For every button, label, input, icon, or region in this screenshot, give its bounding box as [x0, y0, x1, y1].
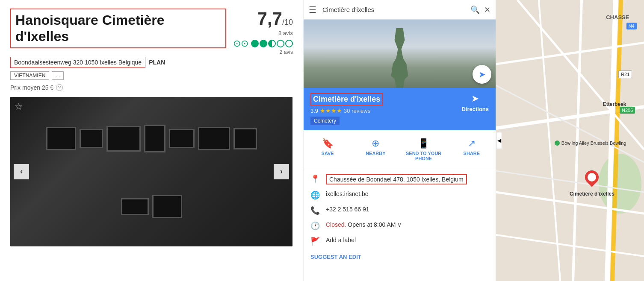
gmap-hours: Closed. Opens at 8:00 AM ∨ [326, 221, 402, 228]
gmap-place-photo: ➤ [304, 20, 496, 88]
ta-reviews: 2 avis [233, 49, 293, 55]
rating-score: 7,7 [257, 9, 282, 29]
gmap-info-card: Cimetière d'ixelles 3.9 ★★★★ 30 reviews … [304, 88, 496, 130]
map-label-n206: N206 [620, 107, 635, 114]
rating-max: /10 [282, 18, 293, 26]
nearby-action-btn[interactable]: ⊕ NEARBY [352, 135, 399, 164]
hours-expand-btn[interactable]: ∨ [397, 221, 402, 228]
photo-next-btn[interactable]: › [274, 164, 289, 179]
collapse-panel-btn[interactable]: ◀ [496, 132, 502, 149]
gmap-add-label[interactable]: Add a label [326, 237, 356, 243]
gmap-star-icons: ★★★★ [320, 107, 342, 114]
gmap-stars: 3.9 ★★★★ 30 reviews [310, 107, 383, 114]
gmap-directions-label[interactable]: Directions [461, 106, 489, 112]
gmap-header: ☰ 🔍 ✕ [304, 0, 496, 20]
photo-frames [10, 97, 292, 246]
gmap-close-btn[interactable]: ✕ [484, 5, 490, 15]
label-row: 🚩 Add a label [310, 237, 489, 246]
map-pin[interactable]: Cimetière d'ixelles [570, 170, 614, 197]
rating-count: 8 avis [233, 30, 293, 36]
globe-icon: 🌐 [310, 190, 320, 200]
gmap-search-btn[interactable]: 🔍 [470, 5, 480, 15]
favorite-star[interactable]: ☆ [15, 101, 23, 112]
restaurant-title: Hanoisquare Cimetière d'Ixelles [10, 9, 226, 48]
vietnamien-tag[interactable]: VIETNAMIEN [10, 71, 49, 80]
address-text: Boondaalsesteenweg 320 1050 Ixelles Belg… [10, 57, 145, 68]
photo-prev-btn[interactable]: ‹ [14, 164, 29, 179]
tripadvisor-logo: ⊙⊙ [233, 38, 248, 49]
left-panel: Hanoisquare Cimetière d'Ixelles Boondaal… [0, 0, 304, 281]
phone-icon-detail: 📞 [310, 206, 320, 215]
hamburger-menu[interactable]: ☰ [309, 5, 316, 15]
more-tags-btn[interactable]: ... [52, 71, 64, 80]
map-label-etterbeek: Etterbeek [603, 101, 626, 107]
pin-label: Cimetière d'ixelles [570, 191, 614, 197]
phone-row: 📞 +32 2 515 66 91 [310, 206, 489, 215]
send-to-phone-label: SEND TO YOUR PHONE [402, 151, 445, 161]
gmap-website[interactable]: ixelles.irisnet.be [326, 190, 369, 197]
map-background: ◀ CHASSE N4 R21 N206 Etterbeek Bowling A… [496, 0, 644, 281]
google-maps-panel: ☰ 🔍 ✕ ➤ Cimetière d'ixelles 3.9 ★★★★ 30 … [304, 0, 496, 281]
website-row: 🌐 ixelles.irisnet.be [310, 190, 489, 200]
nearby-label: NEARBY [366, 151, 385, 156]
send-to-phone-action-btn[interactable]: 📱 SEND TO YOUR PHONE [400, 135, 448, 164]
share-label: SHARE [464, 151, 480, 156]
map-label-bowling: Bowling Alley Brussels Bowling [555, 140, 626, 146]
photo-section: ☆ ‹ › [10, 97, 293, 246]
ta-circles [251, 40, 293, 47]
price-label: Prix moyen 25 € [10, 84, 53, 91]
gmap-rating: 3.9 [310, 108, 318, 114]
save-label: SAVE [322, 151, 334, 156]
save-icon: 🔖 [322, 138, 334, 149]
bowling-label: Bowling Alley Brussels Bowling [561, 140, 626, 146]
flag-icon: 🚩 [310, 237, 320, 246]
clock-icon: 🕐 [310, 221, 320, 231]
gmap-header-icons: 🔍 ✕ [470, 5, 490, 15]
info-icon[interactable]: ? [56, 84, 63, 91]
bowling-green-dot [555, 140, 560, 146]
gmap-address: Chaussée de Boondael 478, 1050 Ixelles, … [326, 174, 467, 184]
hours-row: 🕐 Closed. Opens at 8:00 AM ∨ [310, 221, 489, 231]
map-label-r21: R21 [618, 70, 632, 78]
save-action-btn[interactable]: 🔖 SAVE [304, 135, 352, 164]
address-row: 📍 Chaussée de Boondael 478, 1050 Ixelles… [310, 174, 489, 184]
gmap-place-name: Cimetière d'ixelles [310, 93, 383, 105]
phone-icon: 📱 [418, 138, 429, 149]
gmap-type-badge[interactable]: Cemetery [310, 117, 340, 125]
restaurant-photo: ‹ › [10, 97, 292, 246]
gmap-search-input[interactable] [321, 4, 466, 15]
hours-open: Opens at 8:00 AM [348, 221, 397, 228]
location-icon: 📍 [310, 174, 320, 184]
gmap-reviews: 30 reviews [344, 108, 370, 114]
map-panel: ◀ CHASSE N4 R21 N206 Etterbeek Bowling A… [496, 0, 644, 281]
plan-link[interactable]: PLAN [149, 59, 165, 66]
nearby-icon: ⊕ [372, 138, 379, 149]
share-action-btn[interactable]: ↗ SHARE [448, 135, 496, 164]
map-label-chasse: CHASSE [606, 14, 629, 20]
hours-closed: Closed. [326, 221, 346, 228]
gmap-actions: 🔖 SAVE ⊕ NEARBY 📱 SEND TO YOUR PHONE ↗ S… [304, 130, 496, 169]
suggest-edit-btn[interactable]: SUGGEST AN EDIT [310, 252, 489, 260]
map-label-n4: N4 [626, 23, 637, 29]
directions-fab-btn[interactable]: ➤ [473, 65, 491, 84]
share-icon: ↗ [468, 138, 476, 149]
statue-silhouette [383, 28, 417, 88]
gmap-details: 📍 Chaussée de Boondael 478, 1050 Ixelles… [304, 169, 496, 265]
gmap-phone[interactable]: +32 2 515 66 91 [326, 206, 369, 213]
